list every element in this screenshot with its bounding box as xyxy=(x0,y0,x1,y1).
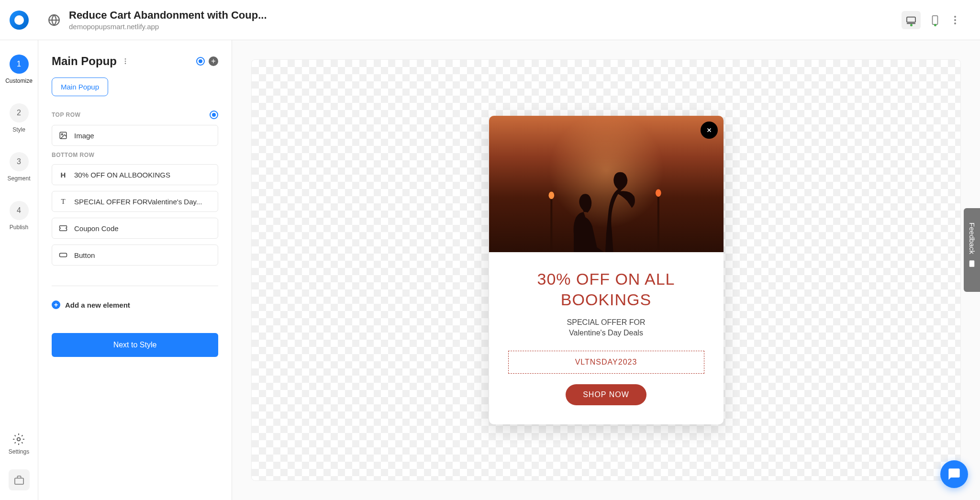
element-image[interactable]: Image xyxy=(52,125,218,146)
title-block: Reduce Cart Abandonment with Coup... dem… xyxy=(69,9,902,31)
nav-step-customize[interactable]: 1 Customize xyxy=(5,55,33,84)
svg-point-5 xyxy=(954,16,956,18)
shop-now-button[interactable]: SHOP NOW xyxy=(566,384,646,405)
mobile-view-button[interactable] xyxy=(925,11,945,29)
top-row-indicator-icon[interactable] xyxy=(210,111,218,119)
element-coupon[interactable]: Coupon Code xyxy=(52,218,218,239)
nav-step-segment[interactable]: 3 Segment xyxy=(7,152,30,182)
top-row-label: TOP ROW xyxy=(52,111,218,119)
add-popup-button[interactable]: + xyxy=(209,56,218,66)
svg-rect-18 xyxy=(550,196,552,252)
sidebar-title: Main Popup xyxy=(52,55,117,68)
desktop-view-button[interactable] xyxy=(902,11,921,29)
popup-hero-image[interactable] xyxy=(489,116,724,252)
main-popup-tab[interactable]: Main Popup xyxy=(52,78,108,96)
image-icon xyxy=(59,131,67,140)
app-logo-icon[interactable] xyxy=(10,11,29,30)
chat-icon xyxy=(947,467,961,481)
popup-close-button[interactable] xyxy=(701,122,718,139)
divider xyxy=(52,286,218,286)
main-container: 1 Customize 2 Style 3 Segment 4 Publish … xyxy=(0,40,980,500)
popup-options-icon[interactable] xyxy=(122,57,129,65)
popup-heading[interactable]: 30% OFF ON ALL BOOKINGS xyxy=(508,269,704,310)
nav-step-style[interactable]: 2 Style xyxy=(10,103,29,133)
svg-point-21 xyxy=(655,189,661,197)
ticket-icon xyxy=(59,224,67,233)
svg-rect-15 xyxy=(60,253,67,257)
next-to-style-button[interactable]: Next to Style xyxy=(52,333,218,357)
svg-rect-4 xyxy=(933,15,938,24)
gear-icon xyxy=(12,433,25,445)
desktop-icon xyxy=(906,16,916,24)
text-icon: T xyxy=(59,197,67,206)
svg-point-11 xyxy=(125,61,126,62)
settings-button[interactable]: Settings xyxy=(9,433,29,455)
svg-rect-9 xyxy=(14,478,23,484)
page-title: Reduce Cart Abandonment with Coup... xyxy=(69,9,902,22)
active-indicator-icon[interactable] xyxy=(196,57,205,66)
svg-point-10 xyxy=(125,58,126,60)
element-text[interactable]: T SPECIAL OFFER FORValentine's Day... xyxy=(52,191,218,212)
add-element-button[interactable]: + Add a new element xyxy=(52,300,218,309)
briefcase-button[interactable] xyxy=(9,469,30,490)
device-toggle xyxy=(902,11,961,29)
page-url: demopopupsmart.netlify.app xyxy=(69,22,902,31)
feedback-icon xyxy=(968,259,976,268)
popup-preview: 30% OFF ON ALL BOOKINGS SPECIAL OFFER FO… xyxy=(489,116,724,424)
coupon-code[interactable]: VLTNSDAY2023 xyxy=(508,351,704,374)
canvas-frame: 30% OFF ON ALL BOOKINGS SPECIAL OFFER FO… xyxy=(251,59,961,481)
canvas: 30% OFF ON ALL BOOKINGS SPECIAL OFFER FO… xyxy=(232,40,980,500)
nav-step-publish[interactable]: 4 Publish xyxy=(10,201,29,231)
popup-subheading-2[interactable]: Valentine's Day Deals xyxy=(508,329,704,337)
svg-point-20 xyxy=(548,192,554,200)
svg-rect-19 xyxy=(657,194,659,252)
chat-button[interactable] xyxy=(940,460,968,488)
svg-point-8 xyxy=(17,438,21,441)
feedback-tab[interactable]: Feedback xyxy=(964,208,980,292)
left-nav: 1 Customize 2 Style 3 Segment 4 Publish … xyxy=(0,40,38,500)
more-options-icon[interactable] xyxy=(949,14,961,26)
heading-icon: H xyxy=(59,170,67,179)
mobile-icon xyxy=(932,15,938,25)
popup-subheading-1[interactable]: SPECIAL OFFER FOR xyxy=(508,318,704,327)
briefcase-icon xyxy=(14,475,24,485)
element-button[interactable]: Button xyxy=(52,244,218,266)
svg-rect-22 xyxy=(969,261,975,267)
svg-point-12 xyxy=(125,63,126,64)
plus-icon: + xyxy=(52,300,60,309)
button-icon xyxy=(59,251,67,259)
couple-silhouette xyxy=(524,150,688,252)
elements-sidebar: Main Popup + Main Popup TOP ROW Image BO… xyxy=(38,40,232,500)
app-header: Reduce Cart Abandonment with Coup... dem… xyxy=(0,0,980,40)
svg-point-6 xyxy=(954,19,956,21)
svg-point-7 xyxy=(954,22,956,24)
globe-icon xyxy=(48,14,60,26)
svg-point-14 xyxy=(61,133,63,135)
close-icon xyxy=(706,127,713,133)
svg-rect-2 xyxy=(907,17,915,22)
bottom-row-label: BOTTOM ROW xyxy=(52,152,218,158)
element-heading[interactable]: H 30% OFF ON ALLBOOKINGS xyxy=(52,164,218,185)
